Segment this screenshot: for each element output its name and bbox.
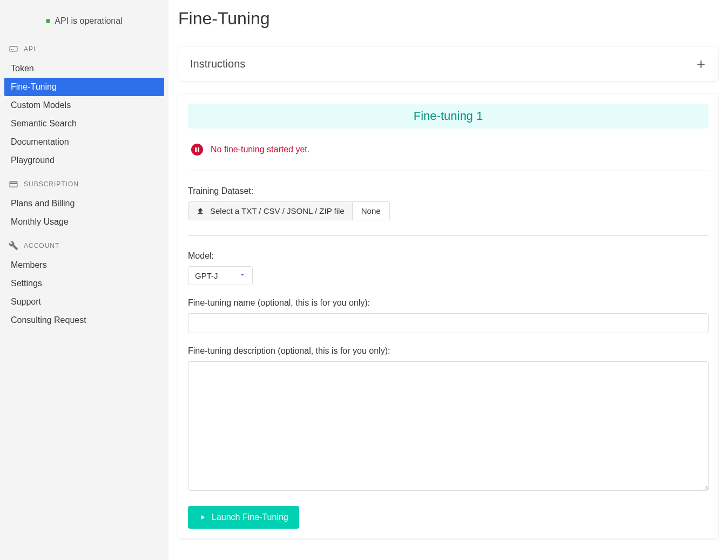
sidebar-item-fine-tuning[interactable]: Fine-Tuning	[4, 78, 164, 96]
play-icon	[199, 514, 206, 521]
sidebar-item-playground[interactable]: Playground	[4, 151, 164, 170]
plus-icon	[696, 59, 706, 70]
nav-list-api: Token Fine-Tuning Custom Models Semantic…	[0, 57, 168, 174]
instructions-title: Instructions	[190, 58, 245, 70]
sidebar: API is operational API Token Fine-Tuning…	[0, 0, 168, 560]
pause-icon	[191, 144, 203, 156]
upload-icon	[196, 207, 205, 215]
section-header-api: API	[0, 41, 168, 57]
ft-description-textarea[interactable]	[188, 361, 709, 491]
tools-icon	[9, 241, 18, 251]
sidebar-item-custom-models[interactable]: Custom Models	[4, 96, 164, 114]
ft-name-input[interactable]	[188, 313, 709, 333]
sidebar-item-plans-billing[interactable]: Plans and Billing	[4, 194, 164, 213]
sidebar-item-semantic-search[interactable]: Semantic Search	[4, 114, 164, 133]
file-select-button[interactable]: Select a TXT / CSV / JSONL / ZIP file	[188, 201, 353, 220]
fine-tuning-banner: Fine-tuning 1	[188, 104, 709, 129]
api-status-text: API is operational	[55, 16, 122, 26]
training-dataset-label: Training Dataset:	[188, 186, 709, 196]
section-header-subscription-label: Subscription	[24, 180, 79, 188]
api-icon	[9, 44, 18, 54]
model-label: Model:	[188, 251, 709, 261]
file-selected-name: None	[353, 201, 390, 220]
fine-tuning-status: No fine-tuning started yet.	[188, 129, 709, 171]
fine-tuning-card: Fine-tuning 1 No fine-tuning started yet…	[178, 94, 718, 538]
credit-card-icon	[9, 179, 18, 189]
sidebar-item-documentation[interactable]: Documentation	[4, 133, 164, 151]
launch-button-label: Launch Fine-Tuning	[212, 512, 288, 522]
section-header-api-label: API	[24, 45, 36, 53]
sidebar-item-members[interactable]: Members	[4, 256, 164, 274]
model-select[interactable]: GPT-J	[188, 266, 253, 285]
section-header-account-label: Account	[24, 242, 59, 249]
file-upload-row: Select a TXT / CSV / JSONL / ZIP file No…	[188, 201, 709, 220]
section-header-subscription: Subscription	[0, 176, 168, 192]
page-title: Fine-Tuning	[178, 9, 718, 29]
sidebar-item-settings[interactable]: Settings	[4, 274, 164, 293]
sidebar-item-monthly-usage[interactable]: Monthly Usage	[4, 213, 164, 231]
file-select-button-label: Select a TXT / CSV / JSONL / ZIP file	[210, 206, 345, 215]
ft-name-label: Fine-tuning name (optional, this is for …	[188, 298, 709, 308]
section-header-account: Account	[0, 238, 168, 254]
sidebar-item-token[interactable]: Token	[4, 59, 164, 78]
api-status: API is operational	[0, 16, 168, 26]
sidebar-item-consulting-request[interactable]: Consulting Request	[4, 311, 164, 329]
nav-list-subscription: Plans and Billing Monthly Usage	[0, 192, 168, 235]
launch-fine-tuning-button[interactable]: Launch Fine-Tuning	[188, 506, 299, 529]
instructions-card[interactable]: Instructions	[178, 47, 718, 81]
fine-tuning-status-message: No fine-tuning started yet.	[211, 145, 309, 154]
sidebar-item-support[interactable]: Support	[4, 293, 164, 311]
ft-description-label: Fine-tuning description (optional, this …	[188, 346, 709, 356]
main-content: Fine-Tuning Instructions Fine-tuning 1 N…	[168, 0, 728, 560]
nav-list-account: Members Settings Support Consulting Requ…	[0, 254, 168, 334]
status-dot-icon	[46, 19, 50, 23]
